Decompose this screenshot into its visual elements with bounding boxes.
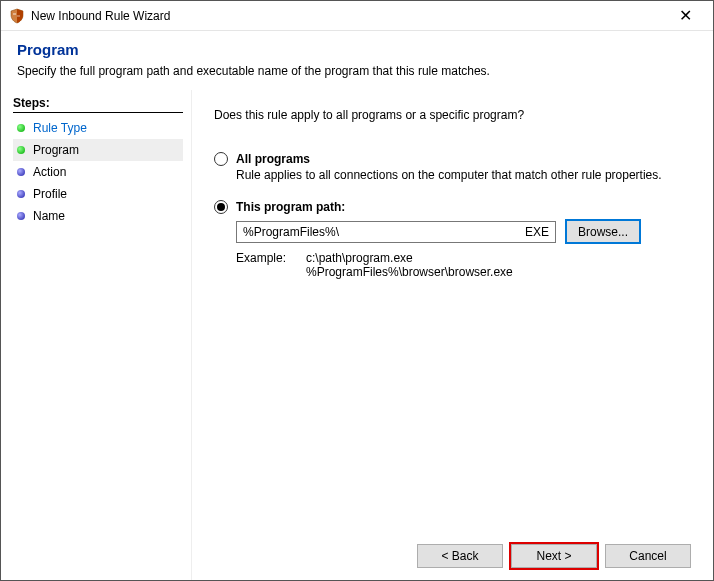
button-row: < Back Next > Cancel [214,534,691,568]
steps-heading: Steps: [13,96,183,113]
bullet-icon [17,212,25,220]
program-path-input[interactable]: %ProgramFiles%\ EXE [236,221,556,243]
bullet-icon [17,146,25,154]
page-header: Program Specify the full program path an… [1,31,713,90]
step-program[interactable]: Program [13,139,183,161]
window-title: New Inbound Rule Wizard [31,9,665,23]
example-line-1: c:\path\program.exe [306,251,513,265]
svg-rect-0 [13,13,16,15]
step-label: Program [33,143,79,157]
bullet-icon [17,168,25,176]
radio-icon[interactable] [214,152,228,166]
title-bar: New Inbound Rule Wizard ✕ [1,1,713,31]
cancel-button[interactable]: Cancel [605,544,691,568]
step-label: Action [33,165,66,179]
path-value: %ProgramFiles%\ [243,225,525,239]
radio-row-path[interactable]: This program path: [214,200,691,214]
back-button[interactable]: < Back [417,544,503,568]
radio-row-all[interactable]: All programs [214,152,691,166]
example-line-2: %ProgramFiles%\browser\browser.exe [306,265,513,279]
page-description: Specify the full program path and execut… [17,64,697,78]
bullet-icon [17,124,25,132]
radio-icon[interactable] [214,200,228,214]
svg-rect-1 [17,15,20,17]
option-all-desc: Rule applies to all connections on the c… [236,168,691,182]
question-text: Does this rule apply to all programs or … [214,108,691,122]
main-content: Does this rule apply to all programs or … [191,90,713,580]
wizard-window: New Inbound Rule Wizard ✕ Program Specif… [0,0,714,581]
step-action[interactable]: Action [13,161,183,183]
option-all-label: All programs [236,152,310,166]
next-button[interactable]: Next > [511,544,597,568]
step-label: Profile [33,187,67,201]
step-profile[interactable]: Profile [13,183,183,205]
step-rule-type[interactable]: Rule Type [13,117,183,139]
firewall-shield-icon [9,8,25,24]
step-label: Name [33,209,65,223]
example-block: Example: c:\path\program.exe %ProgramFil… [236,251,691,279]
step-label: Rule Type [33,121,87,135]
step-name[interactable]: Name [13,205,183,227]
wizard-body: Steps: Rule Type Program Action Profile … [1,90,713,580]
option-path-label: This program path: [236,200,345,214]
example-label: Example: [236,251,306,279]
path-input-row: %ProgramFiles%\ EXE Browse... [236,220,691,243]
option-all-programs: All programs Rule applies to all connect… [214,152,691,182]
path-extension: EXE [525,225,549,239]
option-program-path: This program path: %ProgramFiles%\ EXE B… [214,200,691,279]
page-title: Program [17,41,697,58]
bullet-icon [17,190,25,198]
browse-button[interactable]: Browse... [566,220,640,243]
steps-sidebar: Steps: Rule Type Program Action Profile … [1,90,191,580]
close-icon[interactable]: ✕ [665,6,705,25]
